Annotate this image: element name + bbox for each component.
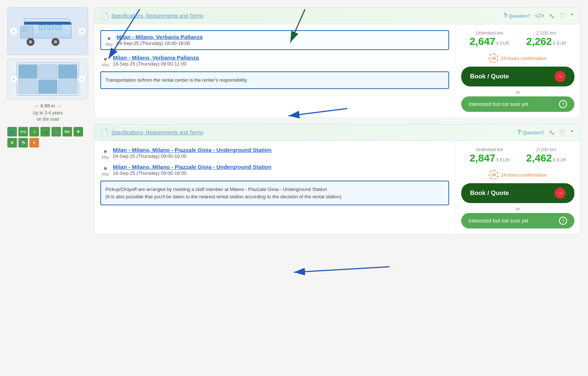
photo-prev-arrow[interactable]: ‹ — [9, 27, 18, 36]
pickup-link-1[interactable]: Milan - Milano, Verbania Pallanza — [116, 34, 202, 40]
price-unlimited-amount-2: 2,847 € EUR — [470, 152, 509, 164]
floorplan: ‹ › — [7, 59, 88, 99]
share-icon-1[interactable]: </> — [535, 12, 544, 20]
or-label-2: or — [461, 206, 574, 212]
card-header-left-1: 📄 Specifications, Requirements and Terms — [100, 12, 203, 20]
price-col-limited-2: 2,100 km 2,462 € EUR — [526, 147, 566, 164]
dropoff-info-2: Milan - Milano, Milano - Piazzale Gioia … — [113, 164, 272, 176]
price-unlimited-value-2: 2,847 — [470, 152, 495, 164]
feature-icon-plug: 🔌 — [40, 127, 50, 136]
price-section-1: Unlimited km 2,647 € EUR 2,100 km 2,262 … — [455, 24, 580, 118]
confirmation-badge-1: 24 24 hours confirmation — [461, 53, 574, 63]
location-section-1: ● Map Milan - Milano, Verbania Pallanza … — [94, 24, 455, 118]
dropoff-link-2[interactable]: Milan - Milano, Milano - Piazzale Gioia … — [113, 164, 272, 170]
price-limited-amount-2: 2,462 € EUR — [526, 152, 566, 164]
pickup-pin-icon-1: ● — [107, 35, 111, 42]
pickup-date-1: 04-Sep-25 (Thursday) 16:00-18:00 — [116, 40, 190, 46]
book-button-1[interactable]: Book / Quote → — [461, 67, 574, 86]
main-content: 📄 Specifications, Requirements and Terms… — [94, 7, 581, 241]
price-unlimited-amount-1: 2,647 € EUR — [470, 36, 509, 47]
price-col-limited-1: 2,100 km 2,262 € EUR — [526, 30, 566, 47]
collapse-icon-1[interactable]: ⌃ — [570, 13, 574, 19]
or-label-1: or — [461, 89, 574, 95]
book-button-2[interactable]: Book / Quote → — [461, 183, 574, 203]
price-limited-label-1: 2,100 km — [526, 30, 566, 36]
floorplan-prev-arrow[interactable]: ‹ — [9, 75, 18, 84]
price-limited-currency-2: € EUR — [553, 157, 566, 163]
dropoff-pin-icon-2: ● — [104, 164, 108, 172]
interested-button-1[interactable]: Interested but not sure yet ? — [461, 96, 574, 112]
specs-link-2[interactable]: Specifications, Requirements and Terms — [111, 130, 203, 135]
sidebar: ‹ › ‹ › ← 6.99 m → Up to 3-4 years on th… — [7, 7, 88, 241]
pickup-row-2: ● Map Milan - Milano, Milano - Piazzale … — [100, 147, 449, 159]
card-body-1: ● Map Milan - Milano, Verbania Pallanza … — [94, 24, 580, 118]
confirmation-badge-2: 24 24 hours confirmation — [461, 170, 574, 180]
interested-button-2[interactable]: Interested but not sure yet ? — [461, 213, 574, 228]
dropoff-map-label-2: Map — [100, 172, 111, 176]
price-limited-currency-1: € EUR — [553, 41, 566, 46]
rv-window-3 — [55, 25, 62, 30]
feature-icon-capacity: 2+2 — [18, 127, 28, 136]
price-col-unlimited-1: Unlimited km 2,647 € EUR — [470, 30, 509, 47]
fp-room-6 — [58, 79, 77, 94]
fp-room-3 — [58, 64, 77, 79]
dropoff-date-2: 18-Sep-25 (Thursday) 09:00-18:00 — [113, 170, 186, 176]
feature-icon-people: 👥 — [7, 127, 17, 136]
photo-next-arrow[interactable]: › — [78, 27, 86, 36]
card-header-2: 📄 Specifications, Requirements and Terms… — [94, 124, 580, 141]
price-unlimited-currency-1: € EUR — [496, 41, 509, 46]
location-section-2: ● Map Milan - Milano, Milano - Piazzale … — [94, 141, 455, 234]
feature-icon-electric: ⚡ — [29, 127, 39, 136]
confirmation-label-2: 24 hours confirmation — [501, 172, 546, 178]
share-btn-2[interactable]: ∿ — [549, 128, 555, 137]
fp-room-5 — [38, 79, 57, 94]
price-cols-2: Unlimited km 2,847 € EUR 2,100 km 2,462 … — [461, 147, 574, 164]
question-btn-2[interactable]: ? Question? — [517, 129, 544, 136]
heart-icon-1[interactable]: ♡ — [559, 12, 565, 20]
price-unlimited-label-1: Unlimited km — [470, 30, 509, 36]
transport-note-2: Pickup/Dropoff are arranged by meeting a… — [100, 181, 449, 205]
vehicle-length: ← 6.99 m → — [7, 103, 88, 109]
pickup-date-2: 04-Sep-25 (Thursday) 09:00-18:00 — [113, 153, 186, 159]
interested-question-icon-1: ? — [559, 100, 567, 108]
price-limited-value-1: 2,262 — [526, 36, 552, 47]
heart-icon-2[interactable]: ♡ — [559, 128, 565, 136]
fp-room-2 — [38, 64, 57, 79]
price-unlimited-label-2: Unlimited km — [470, 147, 509, 152]
interested-label-2: Interested but not sure yet — [469, 218, 528, 224]
question-label-2: Question? — [523, 130, 544, 135]
question-btn-1[interactable]: ? Question? — [503, 13, 530, 19]
interested-question-icon-2: ? — [559, 217, 567, 225]
feature-icon-signal: 📡 — [18, 138, 28, 148]
book-arrow-icon-1: → — [555, 71, 566, 82]
price-limited-label-2: 2,100 km — [526, 147, 566, 152]
rv-wheel-rear — [51, 38, 60, 46]
dropoff-row-1: ● Map Milan - Milano, Verbania Pallanza … — [100, 54, 449, 67]
feature-icon-c: C — [29, 138, 39, 148]
pickup-map-label-2: Map — [100, 155, 111, 159]
floorplan-diagram — [17, 63, 79, 96]
fp-room-1 — [18, 64, 37, 79]
rv-illustration — [18, 17, 77, 46]
specs-link-1[interactable]: Specifications, Requirements and Terms — [111, 13, 203, 19]
feature-icon-snow: ❄ — [74, 127, 83, 136]
dropoff-date-1: 18-Sep-25 (Thursday) 09:00-11:00 — [113, 61, 186, 67]
listing-card-2: 📄 Specifications, Requirements and Terms… — [94, 124, 581, 235]
badge-24-icon-2: 24 — [489, 170, 498, 180]
dropoff-pin-icon-1: ● — [104, 55, 108, 63]
rv-window-2 — [47, 25, 54, 30]
question-icon-2: ? — [517, 129, 521, 136]
pickup-link-2[interactable]: Milan - Milano, Milano - Piazzale Gioia … — [113, 147, 272, 153]
card-header-right-2: ? Question? ∿ ♡ ⌃ — [517, 128, 574, 137]
transport-note-1: Transportation to/from the rental center… — [100, 71, 449, 89]
pickup-row-1: ● Map Milan - Milano, Verbania Pallanza … — [100, 30, 449, 50]
dropoff-map-label-1: Map — [100, 63, 111, 67]
feature-icon-tools: 🔧 — [51, 127, 61, 136]
dropoff-row-2: ● Map Milan - Milano, Milano - Piazzale … — [100, 164, 449, 176]
dropoff-link-1[interactable]: Milan - Milano, Verbania Pallanza — [113, 54, 199, 61]
card-header-1: 📄 Specifications, Requirements and Terms… — [94, 8, 580, 24]
share-btn-1[interactable]: ∿ — [549, 11, 555, 20]
price-limited-value-2: 2,462 — [526, 152, 552, 164]
collapse-icon-2[interactable]: ⌃ — [570, 129, 574, 136]
floorplan-next-arrow[interactable]: › — [78, 75, 86, 84]
